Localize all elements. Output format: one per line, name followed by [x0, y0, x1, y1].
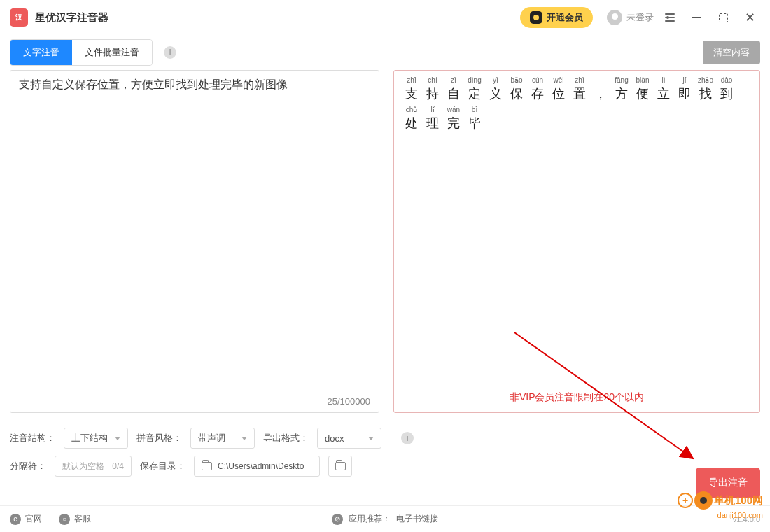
- ruby-char: chǔ处: [401, 106, 422, 132]
- avatar-icon[interactable]: [607, 10, 622, 25]
- recommend-label: 应用推荐：: [349, 513, 391, 525]
- ruby-char: fāng方: [611, 76, 632, 103]
- maximize-button[interactable]: [713, 7, 734, 28]
- char-counter: 25/100000: [328, 396, 370, 407]
- export-button[interactable]: 导出注音: [696, 468, 760, 498]
- close-button[interactable]: ✕: [739, 7, 760, 28]
- open-vip-button[interactable]: 开通会员: [520, 7, 593, 28]
- input-textarea[interactable]: 支持自定义保存位置，方便立即找到处理完毕的新图像 25/100000: [10, 70, 379, 413]
- settings-button[interactable]: [659, 7, 680, 28]
- app-title: 星优汉字注音器: [35, 11, 108, 24]
- ruby-char: zhì置: [569, 76, 590, 103]
- ruby-char: biàn便: [632, 76, 653, 103]
- folder-icon: [202, 462, 212, 470]
- browse-folder-button[interactable]: [328, 456, 352, 477]
- mode-tabs: 文字注音 文件批量注音: [10, 39, 153, 66]
- ruby-char: cún存: [527, 76, 548, 103]
- help-icon[interactable]: i: [164, 46, 176, 59]
- ruby-char: ，: [590, 76, 611, 103]
- format-label: 导出格式：: [263, 432, 309, 444]
- separator-counter: 0/4: [112, 461, 124, 471]
- vip-button-label: 开通会员: [547, 11, 583, 24]
- official-site-link[interactable]: e 官网: [10, 513, 42, 525]
- recommend-link[interactable]: 电子书链接: [396, 513, 438, 525]
- minimize-button[interactable]: [686, 7, 707, 28]
- folder-icon: [335, 462, 346, 470]
- maximize-icon: [719, 13, 728, 22]
- headset-icon: ○: [59, 514, 70, 525]
- ruby-char: zhī支: [401, 76, 422, 103]
- ruby-char: lǐ理: [422, 106, 443, 132]
- minimize-icon: [692, 17, 701, 18]
- tab-file-mode[interactable]: 文件批量注音: [72, 40, 152, 65]
- settings-icon: [665, 13, 675, 22]
- ruby-char: bì毕: [464, 106, 485, 132]
- ruby-char: lì立: [653, 76, 674, 103]
- version-label: v1.4.0.0: [733, 515, 760, 524]
- vip-icon: [530, 11, 542, 24]
- structure-label: 注音结构：: [10, 432, 55, 444]
- close-icon: ✕: [745, 10, 755, 25]
- link-icon: ⊘: [332, 514, 343, 525]
- ruby-char: jí即: [674, 76, 695, 103]
- clear-button[interactable]: 清空内容: [703, 41, 760, 64]
- input-text-content: 支持自定义保存位置，方便立即找到处理完毕的新图像: [19, 78, 370, 92]
- vip-limit-notice: 非VIP会员注音限制在20个以内: [394, 391, 760, 404]
- savedir-value: C:\Users\admin\Deskto: [218, 461, 304, 471]
- ruby-char: chí持: [422, 76, 443, 103]
- style-label: 拼音风格：: [136, 432, 182, 444]
- structure-select[interactable]: 上下结构: [64, 428, 128, 449]
- style-select[interactable]: 带声调: [190, 428, 255, 449]
- pinyin-output: zhī支chí持zì自dìng定yì义bǎo保cún存wèi位zhì置，fāng…: [401, 76, 752, 135]
- ruby-char: zì自: [443, 76, 464, 103]
- support-link[interactable]: ○ 客服: [59, 513, 91, 525]
- format-select[interactable]: docx: [317, 428, 382, 449]
- savedir-input[interactable]: C:\Users\admin\Deskto: [194, 456, 320, 477]
- preview-pane: zhī支chí持zì自dìng定yì义bǎo保cún存wèi位zhì置，fāng…: [393, 70, 760, 413]
- savedir-label: 保存目录：: [140, 460, 186, 472]
- ruby-char: dào到: [716, 76, 737, 103]
- app-icon: 汉: [10, 8, 28, 27]
- format-help-icon[interactable]: i: [401, 432, 414, 444]
- ruby-char: yì义: [485, 76, 506, 103]
- separator-input[interactable]: 默认为空格 0/4: [55, 456, 132, 477]
- ruby-char: zhǎo找: [695, 76, 716, 103]
- separator-label: 分隔符：: [10, 460, 46, 472]
- ruby-char: wán完: [443, 106, 464, 132]
- ruby-char: bǎo保: [506, 76, 527, 103]
- login-status[interactable]: 未登录: [626, 11, 654, 24]
- globe-icon: e: [10, 514, 21, 525]
- ruby-char: wèi位: [548, 76, 569, 103]
- separator-placeholder: 默认为空格: [62, 461, 104, 472]
- ruby-char: dìng定: [464, 76, 485, 103]
- tab-text-mode[interactable]: 文字注音: [10, 40, 72, 65]
